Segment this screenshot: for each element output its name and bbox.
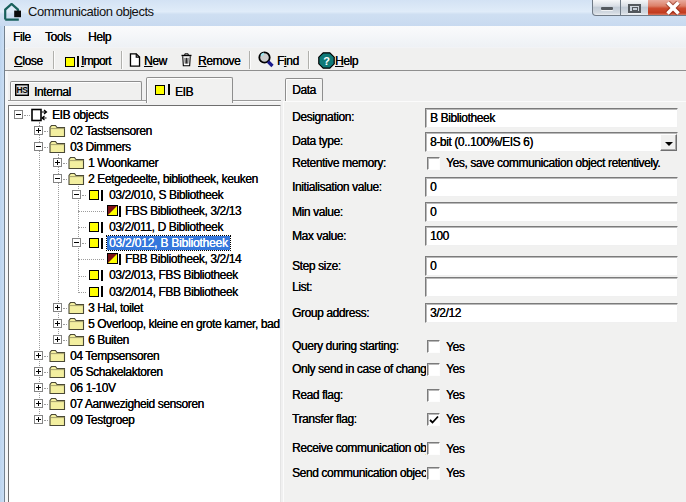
svg-text:HS: HS — [17, 85, 29, 95]
svg-text:?: ? — [323, 55, 330, 67]
